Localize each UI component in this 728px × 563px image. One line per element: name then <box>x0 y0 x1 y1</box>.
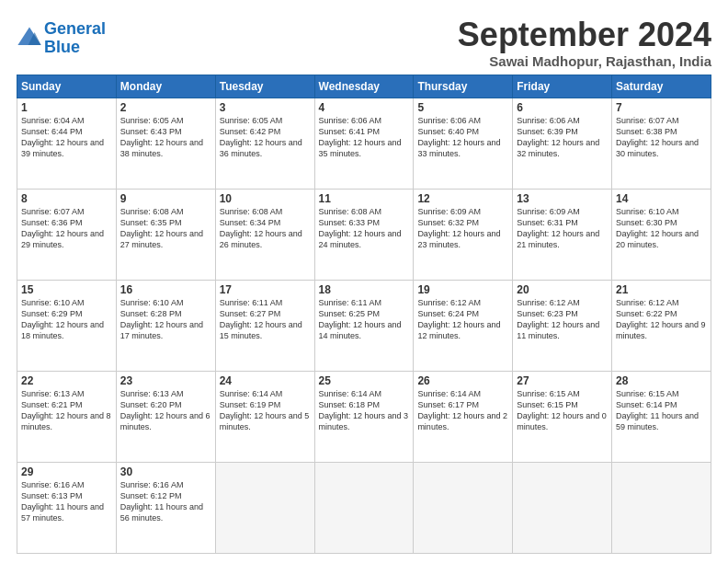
week-row-2: 15 Sunrise: 6:10 AMSunset: 6:29 PMDaylig… <box>17 280 711 371</box>
month-title: September 2024 <box>458 17 711 53</box>
empty-cell <box>215 462 314 553</box>
day-cell-19: 19 Sunrise: 6:12 AMSunset: 6:24 PMDaylig… <box>414 280 513 371</box>
header-cell-thursday: Thursday <box>414 75 513 98</box>
day-number: 2 <box>120 101 211 114</box>
day-cell-29: 29 Sunrise: 6:16 AMSunset: 6:13 PMDaylig… <box>17 462 117 553</box>
cell-details: Sunrise: 6:16 AMSunset: 6:12 PMDaylight:… <box>120 480 203 523</box>
header-cell-sunday: Sunday <box>17 75 117 98</box>
calendar-header-row: SundayMondayTuesdayWednesdayThursdayFrid… <box>17 75 711 98</box>
day-cell-18: 18 Sunrise: 6:11 AMSunset: 6:25 PMDaylig… <box>314 280 414 371</box>
day-number: 25 <box>319 374 410 387</box>
page: General Blue September 2024 Sawai Madhop… <box>0 0 728 563</box>
day-cell-8: 8 Sunrise: 6:07 AMSunset: 6:36 PMDayligh… <box>17 189 117 280</box>
header-cell-wednesday: Wednesday <box>314 75 414 98</box>
day-number: 3 <box>220 101 311 114</box>
day-cell-11: 11 Sunrise: 6:08 AMSunset: 6:33 PMDaylig… <box>314 189 414 280</box>
day-number: 1 <box>21 101 112 114</box>
day-cell-17: 17 Sunrise: 6:11 AMSunset: 6:27 PMDaylig… <box>215 280 314 371</box>
week-row-0: 1 Sunrise: 6:04 AMSunset: 6:44 PMDayligh… <box>17 98 711 189</box>
day-cell-6: 6 Sunrise: 6:06 AMSunset: 6:39 PMDayligh… <box>513 98 612 189</box>
cell-details: Sunrise: 6:16 AMSunset: 6:13 PMDaylight:… <box>21 480 104 523</box>
cell-details: Sunrise: 6:08 AMSunset: 6:33 PMDaylight:… <box>319 207 402 249</box>
day-cell-7: 7 Sunrise: 6:07 AMSunset: 6:38 PMDayligh… <box>612 98 711 189</box>
day-cell-20: 20 Sunrise: 6:12 AMSunset: 6:23 PMDaylig… <box>513 280 612 371</box>
cell-details: Sunrise: 6:05 AMSunset: 6:43 PMDaylight:… <box>120 116 203 158</box>
cell-details: Sunrise: 6:15 AMSunset: 6:14 PMDaylight:… <box>616 389 699 431</box>
day-cell-14: 14 Sunrise: 6:10 AMSunset: 6:30 PMDaylig… <box>612 189 711 280</box>
day-cell-22: 22 Sunrise: 6:13 AMSunset: 6:21 PMDaylig… <box>17 371 117 462</box>
day-cell-9: 9 Sunrise: 6:08 AMSunset: 6:35 PMDayligh… <box>116 189 215 280</box>
cell-details: Sunrise: 6:10 AMSunset: 6:29 PMDaylight:… <box>21 298 104 340</box>
day-number: 17 <box>220 283 311 296</box>
cell-details: Sunrise: 6:08 AMSunset: 6:35 PMDaylight:… <box>120 207 203 249</box>
cell-details: Sunrise: 6:13 AMSunset: 6:20 PMDaylight:… <box>120 389 210 431</box>
day-cell-5: 5 Sunrise: 6:06 AMSunset: 6:40 PMDayligh… <box>414 98 513 189</box>
day-cell-25: 25 Sunrise: 6:14 AMSunset: 6:18 PMDaylig… <box>314 371 414 462</box>
cell-details: Sunrise: 6:13 AMSunset: 6:21 PMDaylight:… <box>21 389 111 431</box>
day-number: 11 <box>319 192 410 205</box>
day-number: 22 <box>21 374 112 387</box>
day-number: 18 <box>319 283 410 296</box>
week-row-4: 29 Sunrise: 6:16 AMSunset: 6:13 PMDaylig… <box>17 462 711 553</box>
week-row-3: 22 Sunrise: 6:13 AMSunset: 6:21 PMDaylig… <box>17 371 711 462</box>
day-number: 9 <box>120 192 211 205</box>
cell-details: Sunrise: 6:06 AMSunset: 6:41 PMDaylight:… <box>319 116 402 158</box>
day-number: 6 <box>517 101 608 114</box>
day-number: 4 <box>319 101 410 114</box>
cell-details: Sunrise: 6:11 AMSunset: 6:27 PMDaylight:… <box>220 298 302 340</box>
logo-line2: Blue <box>44 38 80 56</box>
day-number: 12 <box>417 192 508 205</box>
empty-cell <box>414 462 513 553</box>
day-number: 16 <box>120 283 211 296</box>
cell-details: Sunrise: 6:05 AMSunset: 6:42 PMDaylight:… <box>220 116 302 158</box>
day-number: 29 <box>21 465 112 478</box>
week-row-1: 8 Sunrise: 6:07 AMSunset: 6:36 PMDayligh… <box>17 189 711 280</box>
day-cell-3: 3 Sunrise: 6:05 AMSunset: 6:42 PMDayligh… <box>215 98 314 189</box>
cell-details: Sunrise: 6:08 AMSunset: 6:34 PMDaylight:… <box>220 207 302 249</box>
day-cell-10: 10 Sunrise: 6:08 AMSunset: 6:34 PMDaylig… <box>215 189 314 280</box>
day-number: 14 <box>616 192 707 205</box>
logo-line1: General <box>44 19 106 38</box>
cell-details: Sunrise: 6:04 AMSunset: 6:44 PMDaylight:… <box>21 116 104 158</box>
day-cell-28: 28 Sunrise: 6:15 AMSunset: 6:14 PMDaylig… <box>612 371 711 462</box>
day-cell-12: 12 Sunrise: 6:09 AMSunset: 6:32 PMDaylig… <box>414 189 513 280</box>
day-cell-30: 30 Sunrise: 6:16 AMSunset: 6:12 PMDaylig… <box>116 462 215 553</box>
cell-details: Sunrise: 6:07 AMSunset: 6:36 PMDaylight:… <box>21 207 104 249</box>
day-cell-21: 21 Sunrise: 6:12 AMSunset: 6:22 PMDaylig… <box>612 280 711 371</box>
calendar-table: SundayMondayTuesdayWednesdayThursdayFrid… <box>17 75 711 554</box>
header-cell-friday: Friday <box>513 75 612 98</box>
day-number: 27 <box>517 374 608 387</box>
cell-details: Sunrise: 6:11 AMSunset: 6:25 PMDaylight:… <box>319 298 402 340</box>
day-number: 13 <box>517 192 608 205</box>
cell-details: Sunrise: 6:09 AMSunset: 6:31 PMDaylight:… <box>517 207 599 249</box>
title-block: September 2024 Sawai Madhopur, Rajasthan… <box>458 17 711 69</box>
header-cell-monday: Monday <box>116 75 215 98</box>
cell-details: Sunrise: 6:12 AMSunset: 6:22 PMDaylight:… <box>616 298 706 340</box>
cell-details: Sunrise: 6:10 AMSunset: 6:30 PMDaylight:… <box>616 207 699 249</box>
subtitle: Sawai Madhopur, Rajasthan, India <box>458 53 711 69</box>
day-cell-16: 16 Sunrise: 6:10 AMSunset: 6:28 PMDaylig… <box>116 280 215 371</box>
day-number: 10 <box>220 192 311 205</box>
calendar-body: 1 Sunrise: 6:04 AMSunset: 6:44 PMDayligh… <box>17 98 711 553</box>
day-cell-4: 4 Sunrise: 6:06 AMSunset: 6:41 PMDayligh… <box>314 98 414 189</box>
day-cell-2: 2 Sunrise: 6:05 AMSunset: 6:43 PMDayligh… <box>116 98 215 189</box>
empty-cell <box>314 462 414 553</box>
day-cell-24: 24 Sunrise: 6:14 AMSunset: 6:19 PMDaylig… <box>215 371 314 462</box>
day-number: 7 <box>616 101 707 114</box>
day-cell-1: 1 Sunrise: 6:04 AMSunset: 6:44 PMDayligh… <box>17 98 117 189</box>
logo-icon <box>17 26 42 52</box>
cell-details: Sunrise: 6:06 AMSunset: 6:39 PMDaylight:… <box>517 116 599 158</box>
header-cell-saturday: Saturday <box>612 75 711 98</box>
day-cell-13: 13 Sunrise: 6:09 AMSunset: 6:31 PMDaylig… <box>513 189 612 280</box>
cell-details: Sunrise: 6:14 AMSunset: 6:18 PMDaylight:… <box>319 389 409 431</box>
cell-details: Sunrise: 6:10 AMSunset: 6:28 PMDaylight:… <box>120 298 203 340</box>
cell-details: Sunrise: 6:06 AMSunset: 6:40 PMDaylight:… <box>417 116 500 158</box>
day-number: 24 <box>220 374 311 387</box>
cell-details: Sunrise: 6:09 AMSunset: 6:32 PMDaylight:… <box>417 207 500 249</box>
day-number: 19 <box>417 283 508 296</box>
day-number: 21 <box>616 283 707 296</box>
day-number: 26 <box>417 374 508 387</box>
cell-details: Sunrise: 6:07 AMSunset: 6:38 PMDaylight:… <box>616 116 699 158</box>
day-number: 15 <box>21 283 112 296</box>
day-number: 8 <box>21 192 112 205</box>
